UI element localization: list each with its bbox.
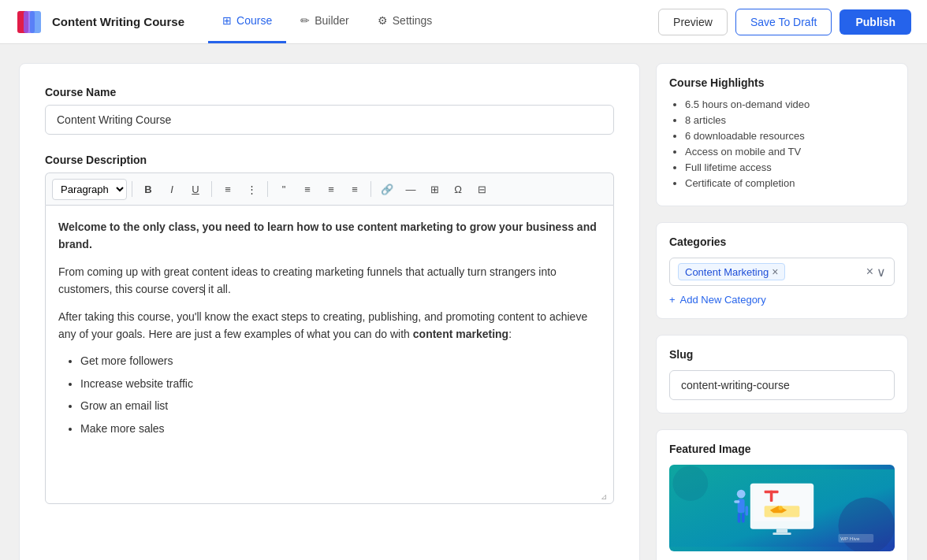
bold-button[interactable]: B bbox=[137, 178, 159, 200]
list-item: Make more sales bbox=[80, 420, 601, 437]
topbar-actions: Preview Save To Draft Publish bbox=[658, 9, 911, 35]
highlights-list: 6.5 hours on-demand video 8 articles 6 d… bbox=[669, 98, 895, 189]
editor-intro-bold: Welcome to the only class, you need to l… bbox=[58, 218, 601, 254]
underline-button[interactable]: U bbox=[184, 178, 207, 200]
featured-image-title: Featured Image bbox=[669, 443, 895, 455]
slug-title: Slug bbox=[669, 348, 895, 361]
plus-icon: + bbox=[669, 294, 676, 306]
resize-handle[interactable]: ⊿ bbox=[601, 491, 610, 500]
app-logo bbox=[16, 8, 44, 36]
list-item: Increase website traffic bbox=[80, 375, 601, 392]
list-item: Get more followers bbox=[80, 352, 601, 369]
highlight-item: 6 downloadable resources bbox=[685, 130, 895, 142]
main-nav: ⊞ Course ✏ Builder ⚙ Settings bbox=[208, 0, 658, 43]
logo-area: Content Writing Course bbox=[16, 8, 184, 36]
toolbar-divider-3 bbox=[267, 181, 268, 197]
grid-button[interactable]: ⊟ bbox=[471, 178, 493, 200]
save-draft-button[interactable]: Save To Draft bbox=[735, 9, 832, 35]
course-name-input[interactable] bbox=[45, 105, 614, 135]
highlight-item: Full lifetime access bbox=[685, 161, 895, 173]
featured-image-preview: WP Hive bbox=[669, 465, 895, 551]
categories-input-wrap[interactable]: Content Marketing × × ∨ bbox=[669, 258, 895, 286]
builder-icon: ✏ bbox=[300, 14, 310, 27]
hr-button[interactable]: — bbox=[400, 178, 422, 200]
toolbar-divider-1 bbox=[132, 181, 132, 197]
highlight-item: 8 articles bbox=[685, 114, 895, 126]
highlight-item: Certificate of completion bbox=[685, 177, 895, 189]
svg-rect-14 bbox=[772, 532, 791, 535]
toolbar-divider-2 bbox=[211, 181, 212, 197]
svg-text:WP Hive: WP Hive bbox=[840, 536, 860, 541]
table-button[interactable]: ⊞ bbox=[423, 178, 445, 200]
categories-chevron-button[interactable]: ∨ bbox=[877, 265, 886, 280]
course-icon: ⊞ bbox=[222, 14, 232, 27]
svg-point-4 bbox=[839, 498, 895, 551]
app-title: Content Writing Course bbox=[52, 15, 184, 28]
link-button[interactable]: 🔗 bbox=[376, 178, 398, 200]
editor-paragraph-1: From coming up with great content ideas … bbox=[58, 263, 601, 299]
course-name-label: Course Name bbox=[45, 86, 614, 98]
highlights-panel: Course Highlights 6.5 hours on-demand vi… bbox=[656, 63, 908, 206]
nav-settings[interactable]: ⚙ Settings bbox=[363, 0, 447, 43]
highlight-item: Access on mobile and TV bbox=[685, 146, 895, 158]
ordered-list-button[interactable]: ⋮ bbox=[240, 178, 262, 200]
svg-point-15 bbox=[737, 490, 746, 499]
align-left-button[interactable]: ≡ bbox=[296, 178, 318, 200]
list-item: Grow an email list bbox=[80, 397, 601, 414]
featured-image-svg: WP Hive bbox=[669, 465, 895, 551]
editor-list: Get more followers Increase website traf… bbox=[80, 352, 601, 437]
content-area: Course Name Course Description Paragraph… bbox=[19, 63, 640, 560]
categories-panel: Categories Content Marketing × × ∨ + Add… bbox=[656, 222, 908, 319]
topbar: Content Writing Course ⊞ Course ✏ Builde… bbox=[0, 0, 927, 44]
svg-rect-9 bbox=[770, 491, 773, 502]
highlight-item: 6.5 hours on-demand video bbox=[685, 98, 895, 110]
align-right-button[interactable]: ≡ bbox=[344, 178, 366, 200]
main-layout: Course Name Course Description Paragraph… bbox=[0, 44, 927, 560]
course-description-group: Course Description Paragraph B I U ≡ ⋮ "… bbox=[45, 154, 614, 504]
editor-toolbar: Paragraph B I U ≡ ⋮ " ≡ ≡ ≡ 🔗 — ⊞ Ω ⊟ bbox=[45, 172, 614, 205]
settings-icon: ⚙ bbox=[378, 14, 388, 27]
svg-rect-17 bbox=[734, 500, 739, 503]
svg-rect-2 bbox=[30, 11, 41, 33]
svg-rect-19 bbox=[738, 513, 741, 523]
publish-button[interactable]: Publish bbox=[840, 9, 911, 35]
sidebar: Course Highlights 6.5 hours on-demand vi… bbox=[656, 63, 908, 560]
toolbar-divider-4 bbox=[370, 181, 371, 197]
nav-builder[interactable]: ✏ Builder bbox=[286, 0, 363, 43]
svg-point-12 bbox=[779, 506, 783, 510]
preview-button[interactable]: Preview bbox=[658, 9, 728, 35]
featured-image-panel: Featured Image bbox=[656, 429, 908, 560]
svg-rect-20 bbox=[742, 513, 745, 523]
categories-title: Categories bbox=[669, 235, 895, 248]
blockquote-button[interactable]: " bbox=[273, 178, 295, 200]
svg-rect-18 bbox=[746, 506, 749, 516]
align-center-button[interactable]: ≡ bbox=[320, 178, 342, 200]
course-description-label: Course Description bbox=[45, 154, 614, 166]
editor-paragraph-2: After taking this course, you'll know th… bbox=[58, 308, 601, 343]
svg-rect-13 bbox=[776, 529, 787, 532]
paragraph-select[interactable]: Paragraph bbox=[52, 179, 127, 200]
category-tag: Content Marketing × bbox=[678, 263, 785, 280]
slug-panel: Slug bbox=[656, 335, 908, 414]
highlights-title: Course Highlights bbox=[669, 76, 895, 89]
editor-body[interactable]: Welcome to the only class, you need to l… bbox=[45, 205, 614, 504]
add-category-button[interactable]: + Add New Category bbox=[669, 294, 895, 306]
italic-button[interactable]: I bbox=[161, 178, 183, 200]
categories-actions: × ∨ bbox=[866, 265, 886, 280]
svg-point-5 bbox=[672, 465, 708, 501]
clear-categories-button[interactable]: × bbox=[866, 265, 873, 279]
slug-input[interactable] bbox=[669, 370, 895, 400]
unordered-list-button[interactable]: ≡ bbox=[217, 178, 239, 200]
remove-category-button[interactable]: × bbox=[772, 265, 778, 278]
special-char-button[interactable]: Ω bbox=[447, 178, 469, 200]
nav-course[interactable]: ⊞ Course bbox=[208, 0, 286, 43]
course-name-group: Course Name bbox=[45, 86, 614, 135]
